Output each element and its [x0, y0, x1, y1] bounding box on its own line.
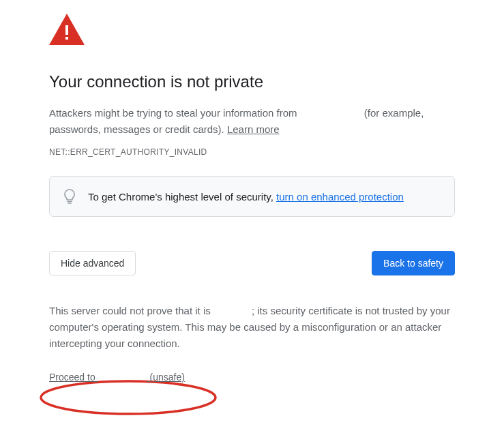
annotation-red-circle — [37, 378, 220, 417]
svg-rect-1 — [65, 37, 68, 40]
button-row: Hide advanced Back to safety — [49, 251, 455, 275]
svg-point-4 — [41, 381, 216, 414]
learn-more-link[interactable]: Learn more — [227, 123, 280, 135]
back-to-safety-button[interactable]: Back to safety — [372, 251, 455, 275]
svg-rect-0 — [65, 25, 68, 35]
lightbulb-icon — [63, 189, 76, 204]
warning-triangle-icon — [49, 14, 455, 45]
tip-text-prefix: To get Chrome's highest level of securit… — [88, 191, 276, 203]
warning-description: Attackers might be trying to steal your … — [49, 105, 455, 138]
description-prefix: Attackers might be trying to steal your … — [49, 107, 300, 119]
error-code: NET::ERR_CERT_AUTHORITY_INVALID — [49, 147, 455, 157]
enhanced-protection-tip: To get Chrome's highest level of securit… — [49, 176, 455, 217]
advanced-prefix: This server could not prove that it is — [49, 305, 213, 316]
enhanced-protection-link[interactable]: turn on enhanced protection — [276, 191, 404, 203]
advanced-explanation: This server could not prove that it is ;… — [49, 303, 455, 352]
proceed-suffix: (unsafe) — [147, 372, 185, 383]
hide-advanced-button[interactable]: Hide advanced — [49, 251, 136, 275]
page-title: Your connection is not private — [49, 72, 455, 91]
proceed-unsafe-link[interactable]: Proceed to (unsafe) — [49, 372, 185, 383]
proceed-prefix: Proceed to — [49, 372, 98, 383]
